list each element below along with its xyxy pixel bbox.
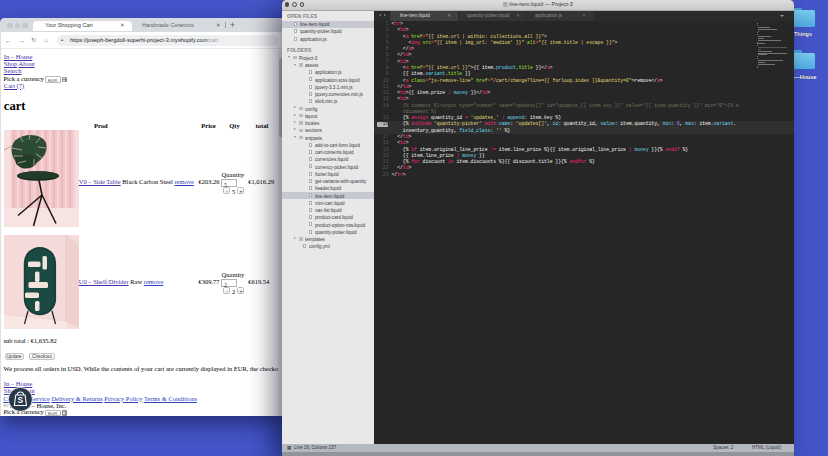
svg-text:S: S	[18, 395, 24, 405]
